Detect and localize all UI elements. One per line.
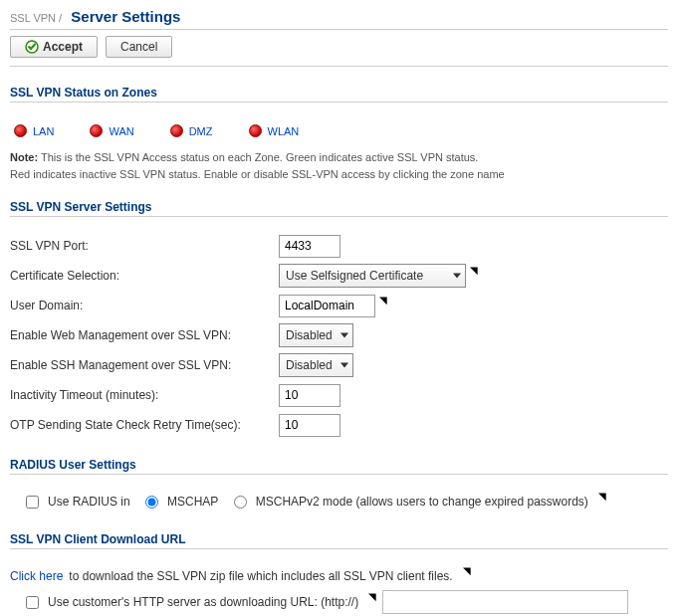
zone-wan[interactable]: WAN [90,124,133,137]
web-mgmt-value: Disabled [286,328,333,342]
download-link[interactable]: Click here [10,569,63,583]
chevron-down-icon [340,333,348,338]
use-radius-label: Use RADIUS in [48,495,130,509]
accept-button[interactable]: Accept [10,36,98,58]
marker-icon: ◥ [368,591,376,602]
breadcrumb: SSL VPN / Server Settings [10,8,668,27]
divider [10,102,668,103]
zones-note: Note: This is the SSL VPN Access status … [10,149,668,182]
zone-label: WLAN [268,125,300,137]
check-circle-icon [25,40,39,54]
mschap-radio[interactable] [145,496,158,509]
marker-icon: ◥ [379,295,387,306]
otp-input[interactable] [279,414,340,437]
divider [10,548,668,549]
page-title: Server Settings [71,8,180,25]
ssh-mgmt-value: Disabled [286,358,333,372]
zone-status-row: LAN WAN DMZ WLAN [10,124,668,137]
note-line1: This is the SSL VPN Access status on eac… [41,151,478,163]
chevron-down-icon [453,274,461,279]
status-dot-icon [90,124,103,137]
status-dot-icon [170,124,183,137]
domain-label: User Domain: [10,299,279,312]
cancel-button[interactable]: Cancel [106,36,172,58]
cert-select[interactable]: Use Selfsigned Certificate [279,264,466,288]
note-label: Note: [10,151,38,163]
divider [10,474,668,475]
cert-value: Use Selfsigned Certificate [286,269,423,283]
chevron-down-icon [340,363,348,368]
cancel-label: Cancel [120,40,157,54]
http-url-input[interactable] [382,590,628,614]
status-dot-icon [249,124,262,137]
use-radius-checkbox[interactable] [26,496,39,509]
mschapv2-label: MSCHAPv2 mode (allows users to change ex… [256,495,588,509]
toolbar: Accept Cancel [10,36,668,58]
divider [10,66,668,68]
zone-lan[interactable]: LAN [14,124,54,137]
domain-input[interactable] [279,295,375,317]
download-text: to download the SSL VPN zip file which i… [69,569,452,583]
marker-icon: ◥ [598,491,606,502]
marker-icon: ◥ [463,565,471,576]
zone-dmz[interactable]: DMZ [170,124,213,137]
web-mgmt-label: Enable Web Management over SSL VPN: [10,328,279,342]
accept-label: Accept [43,40,83,54]
cert-label: Certificate Selection: [10,269,279,283]
ssl-port-input[interactable] [279,235,340,258]
ssh-mgmt-select[interactable]: Disabled [279,353,353,377]
marker-icon: ◥ [470,265,478,276]
ssl-port-label: SSL VPN Port: [10,239,279,253]
note-line2: Red indicates inactive SSL VPN status. E… [10,168,505,180]
breadcrumb-parent: SSL VPN / [10,12,62,24]
zone-label: DMZ [189,125,213,137]
zone-wlan[interactable]: WLAN [249,124,300,137]
server-section-title: SSL VPN Server Settings [10,200,668,214]
zones-section-title: SSL VPN Status on Zones [10,86,668,100]
download-section-title: SSL VPN Client Download URL [10,532,668,546]
zone-label: LAN [33,125,54,137]
otp-label: OTP Sending State Check Retry Time(sec): [10,418,279,432]
radius-section-title: RADIUS User Settings [10,458,668,472]
divider [10,216,668,217]
inactivity-input[interactable] [279,384,340,407]
zone-label: WAN [109,125,133,137]
http-server-checkbox[interactable] [26,596,39,609]
web-mgmt-select[interactable]: Disabled [279,323,353,347]
http-server-label: Use customer's HTTP server as downloadin… [48,595,358,609]
status-dot-icon [14,124,27,137]
mschapv2-radio[interactable] [234,496,247,509]
divider [10,29,668,30]
ssh-mgmt-label: Enable SSH Management over SSL VPN: [10,358,279,372]
mschap-label: MSCHAP [167,495,218,509]
inactivity-label: Inactivity Timeout (minutes): [10,388,279,402]
